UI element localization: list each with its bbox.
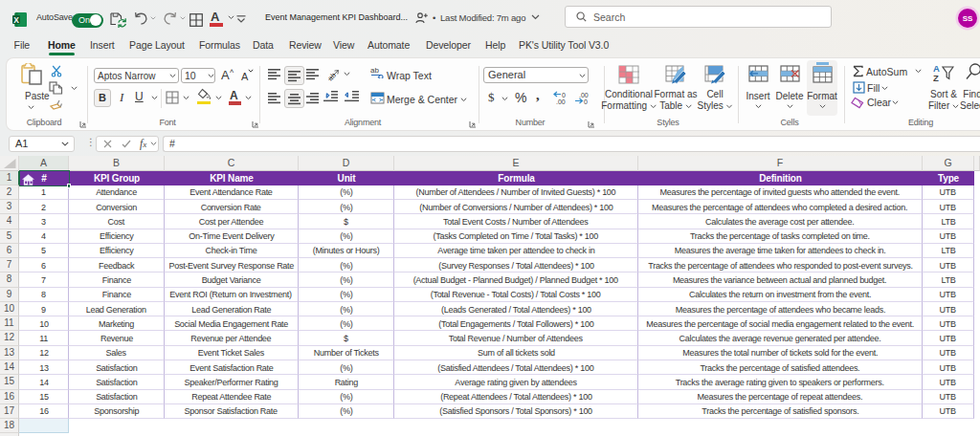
svg-text:ab: ab: [370, 66, 379, 75]
svg-text:Z: Z: [933, 73, 939, 83]
svg-text:.00: .00: [579, 92, 589, 98]
svg-text:X: X: [13, 15, 19, 25]
svg-text:0: 0: [584, 98, 588, 105]
svg-text:.00: .00: [556, 98, 566, 105]
svg-text:0: 0: [562, 92, 566, 98]
